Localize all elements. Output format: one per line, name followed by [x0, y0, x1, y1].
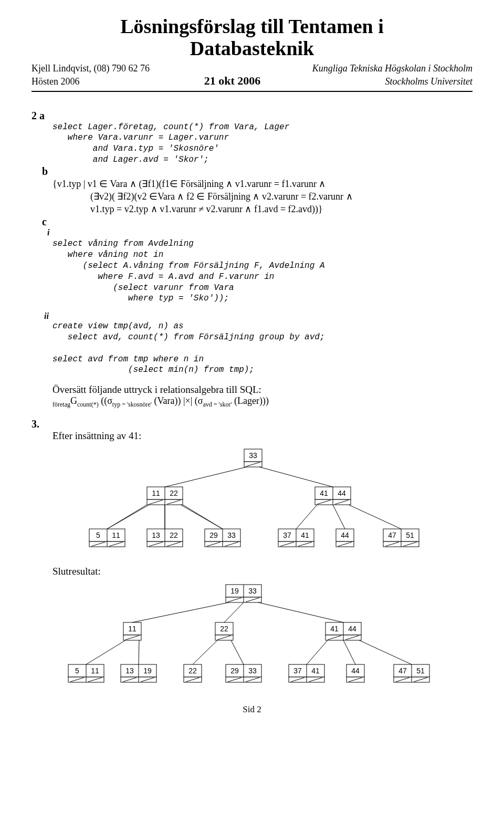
svg-text:22: 22 — [170, 531, 178, 539]
svg-text:47: 47 — [398, 667, 407, 675]
btree-1: 3311224144511132229333741444751 — [68, 445, 436, 555]
svg-line-74 — [349, 505, 401, 529]
label-3: 3. — [32, 418, 39, 430]
label-i: i — [47, 228, 49, 237]
svg-text:37: 37 — [283, 531, 291, 539]
svg-text:51: 51 — [406, 531, 414, 539]
header-right-1: Kungliga Tekniska Högskolan i Stockholm — [312, 63, 472, 74]
svg-text:11: 11 — [112, 531, 120, 539]
svg-line-21 — [259, 467, 333, 487]
svg-line-71 — [181, 505, 223, 529]
svg-line-100 — [224, 602, 244, 622]
svg-line-69 — [107, 505, 149, 529]
divider — [32, 91, 472, 92]
svg-text:11: 11 — [128, 625, 136, 633]
svg-text:19: 19 — [230, 587, 239, 595]
title-line-1: Lösningsförslag till Tentamen i — [120, 15, 383, 37]
footer-page: Sid 2 — [32, 704, 472, 715]
svg-text:19: 19 — [143, 667, 152, 675]
ra-expression: företagGcount(*) ((σtyp = 'skosnöre' (Va… — [52, 396, 472, 409]
svg-text:44: 44 — [348, 625, 356, 633]
svg-text:29: 29 — [209, 531, 218, 539]
svg-text:37: 37 — [293, 667, 302, 675]
svg-text:33: 33 — [249, 451, 257, 460]
svg-line-151 — [139, 640, 139, 664]
svg-text:47: 47 — [388, 531, 396, 539]
svg-text:41: 41 — [330, 625, 339, 633]
svg-line-153 — [231, 640, 244, 664]
svg-text:22: 22 — [188, 667, 197, 675]
svg-line-156 — [359, 640, 412, 664]
code-cii: create view tmp(avd, n) as select avd, c… — [52, 321, 472, 376]
svg-text:33: 33 — [248, 667, 257, 675]
svg-text:33: 33 — [248, 587, 257, 595]
svg-line-152 — [193, 640, 217, 664]
svg-line-101 — [258, 602, 343, 622]
svg-text:51: 51 — [416, 667, 425, 675]
svg-text:5: 5 — [75, 667, 79, 675]
slutresultat-caption: Slutresultat: — [52, 566, 472, 577]
svg-text:41: 41 — [301, 531, 309, 539]
svg-line-99 — [132, 602, 229, 622]
svg-line-155 — [343, 640, 355, 664]
svg-text:33: 33 — [227, 531, 236, 539]
svg-text:11: 11 — [152, 489, 160, 497]
svg-line-72 — [296, 505, 317, 529]
svg-text:5: 5 — [96, 531, 100, 539]
header-center: 21 okt 2006 — [204, 74, 261, 88]
svg-text:41: 41 — [320, 489, 328, 497]
svg-text:13: 13 — [125, 667, 134, 675]
after-insert-caption: Efter insättning av 41: — [52, 430, 472, 442]
svg-text:44: 44 — [341, 531, 349, 539]
svg-text:29: 29 — [230, 667, 239, 675]
ra-intro: Översätt följande uttryck i relationsalg… — [52, 384, 472, 396]
svg-line-20 — [165, 467, 247, 487]
label-ii: ii — [44, 311, 49, 320]
svg-text:44: 44 — [351, 667, 360, 675]
code-2a: select Lager.företag, count(*) from Vara… — [52, 122, 472, 165]
svg-line-154 — [307, 640, 328, 664]
label-c: c — [42, 216, 47, 227]
btree-2: 19331122414451113192229333741444751 — [52, 580, 452, 691]
svg-text:13: 13 — [152, 531, 160, 539]
math-b: {v1.typ | v1 ∈ Vara ∧ (∃f1)(f1∈ Försäljn… — [52, 178, 472, 216]
label-2a: 2 a — [32, 110, 45, 121]
code-ci: select våning from Avdelning where vånin… — [52, 238, 472, 304]
header-right-2: Stockholms Universitet — [385, 76, 472, 87]
svg-text:22: 22 — [220, 625, 228, 633]
svg-text:22: 22 — [170, 489, 178, 497]
svg-text:44: 44 — [338, 489, 346, 497]
label-b: b — [42, 165, 48, 177]
title-line-2: Databasteknik — [190, 37, 314, 59]
header-left-1: Kjell Lindqvist, (08) 790 62 76 — [32, 63, 150, 74]
svg-line-73 — [333, 505, 345, 529]
header-left-2: Hösten 2006 — [32, 76, 80, 87]
svg-text:11: 11 — [91, 667, 99, 675]
svg-line-150 — [86, 640, 125, 664]
svg-text:41: 41 — [311, 667, 320, 675]
